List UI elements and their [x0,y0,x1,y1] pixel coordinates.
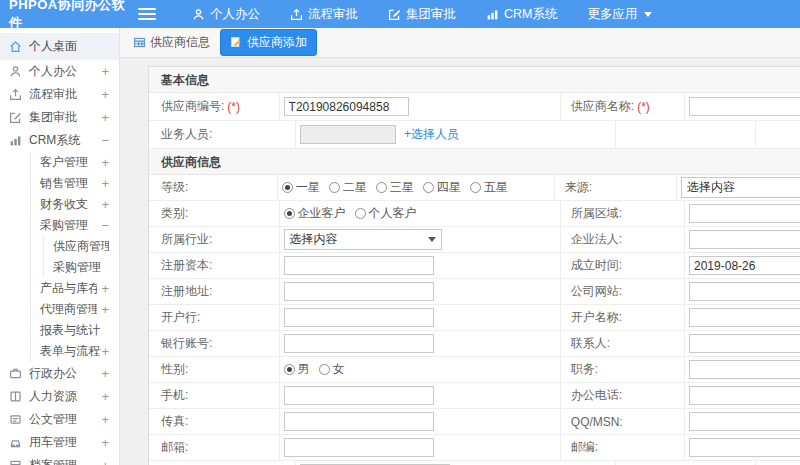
radio-option[interactable]: 企业客户 [284,205,346,222]
field-label: 手机: [149,383,280,408]
radio-option[interactable]: 个人客户 [355,205,417,222]
field-label: 类别: [149,201,280,226]
topnav-item-crm[interactable]: CRM系统 [486,6,557,23]
sidebar-item-admin-office[interactable]: 行政办公 + [0,362,119,385]
legal-person-input[interactable] [689,230,800,249]
field-label: QQ/MSN: [561,409,685,434]
radio-option[interactable]: 女 [319,361,345,378]
registered-capital-input[interactable] [284,256,434,275]
industry-select[interactable]: 选择内容 [284,229,442,250]
company-website-input[interactable] [689,282,800,301]
add-doc-icon [230,36,243,49]
expand-icon[interactable]: + [97,87,109,102]
field-label: 性别: [149,357,280,382]
form-row: 类别: 企业客户 个人客户 所属区域: [149,201,800,227]
menu-toggle-icon[interactable] [138,8,156,20]
sidebar-item-hr[interactable]: 人力资源 + [0,385,119,408]
topnav-item-personal-office[interactable]: 个人办公 [192,6,260,23]
form-row: 手机: 办公电话: [149,383,800,409]
sidebar-item-customer-mgmt[interactable]: 客户管理 + [31,152,119,173]
sidebar-item-personal-desktop[interactable]: 个人桌面 [0,33,119,60]
source-select[interactable]: 选择内容 [681,177,800,198]
topnav-item-more-apps[interactable]: 更多应用 [587,6,652,23]
supplier-name-input[interactable] [689,97,800,116]
expand-icon[interactable]: + [97,110,109,125]
field-label: 等级: [149,175,278,200]
office-phone-input[interactable] [689,386,800,405]
form-row: 供应商编号:(*) 供应商名称:(*) [149,93,800,121]
tab-supplier-add[interactable]: 供应商添加 [220,29,317,56]
sidebar-item-purchasing[interactable]: 采购管理 [44,257,119,278]
archive-icon [9,459,22,465]
radio-icon [282,182,293,193]
supplier-add-form: 基本信息 供应商编号:(*) 供应商名称:(*) 业务人员: [148,66,800,465]
field-label: 邮箱: [149,435,280,460]
radio-option[interactable]: 一星 [282,179,320,196]
radio-icon [319,364,330,375]
sidebar-item-finance[interactable]: 财务收支 + [31,194,119,215]
tab-bar: 供应商信息 供应商添加 [120,28,800,58]
main-content: 供应商信息 供应商添加 基本信息 供应商编号:(*) 供 [120,28,800,465]
field-label: 办公电话: [561,383,685,408]
supplier-code-input[interactable] [284,97,409,116]
bank-account-input[interactable] [284,334,434,353]
qq-msn-input[interactable] [689,412,800,431]
job-title-input[interactable] [689,360,800,379]
field-label: 地址: [149,461,296,465]
sidebar-item-agent-mgmt[interactable]: 代理商管理 + [31,299,119,320]
category-radio-group: 企业客户 个人客户 [284,205,417,222]
topnav-item-group-approval[interactable]: 集团审批 [388,6,456,23]
sidebar-item-crm[interactable]: CRM系统 − [0,129,119,152]
contact-person-input[interactable] [689,334,800,353]
bank-branch-input[interactable] [284,308,434,327]
radio-option[interactable]: 二星 [329,179,367,196]
sidebar-item-personal-office[interactable]: 个人办公 + [0,60,119,83]
purchase-submenu: 供应商管理 采购管理 [43,236,119,278]
radio-option[interactable]: 男 [284,361,310,378]
radio-icon [423,182,434,193]
select-staff-link[interactable]: +选择人员 [404,126,459,143]
mobile-input[interactable] [284,386,434,405]
form-row: 传真: QQ/MSN: [149,409,800,435]
sidebar-item-document-mgmt[interactable]: 公文管理 + [0,408,119,431]
postcode-input[interactable] [689,438,800,457]
form-row: 注册资本: 成立时间: [149,253,800,279]
radio-option[interactable]: 四星 [423,179,461,196]
business-staff-input[interactable] [300,125,396,144]
crm-submenu: 客户管理 + 销售管理 + 财务收支 + 采购管理 − 供应商管理 采购管理 [30,152,119,362]
sidebar-item-vehicle-mgmt[interactable]: 用车管理 + [0,431,119,454]
email-input[interactable] [284,438,434,457]
registered-address-input[interactable] [284,282,434,301]
edit-icon [388,8,401,21]
sidebar-item-group-approval[interactable]: 集团审批 + [0,106,119,129]
sidebar-item-archive-mgmt[interactable]: 档案管理 + [0,454,119,465]
topnav-item-workflow-approval[interactable]: 流程审批 [290,6,358,23]
founding-date-input[interactable] [689,256,800,275]
user-icon [9,65,22,78]
sidebar-item-workflow-approval[interactable]: 流程审批 + [0,83,119,106]
collapse-icon[interactable]: − [97,133,109,148]
field-label: 传真: [149,409,280,434]
radio-icon [284,208,295,219]
radio-option[interactable]: 五星 [470,179,508,196]
sidebar-item-supplier-mgmt[interactable]: 供应商管理 [44,236,119,257]
section-header-supplier-info: 供应商信息 [149,149,800,175]
account-name-input[interactable] [689,308,800,327]
table-icon [133,36,146,49]
top-navigation: 个人办公 流程审批 集团审批 CRM系统 更多应用 [192,6,652,23]
field-label: 开户行: [149,305,280,330]
sidebar-item-sales-mgmt[interactable]: 销售管理 + [31,173,119,194]
field-label: 邮编: [561,435,685,460]
sidebar-item-reports-stats[interactable]: 报表与统计 [31,320,119,341]
sidebar-item-form-flow-settings[interactable]: 表单与流程设置 + [31,341,119,362]
field-label: 注册地址: [149,279,280,304]
sidebar-item-product-inventory[interactable]: 产品与库存 + [31,278,119,299]
fax-input[interactable] [284,412,434,431]
tab-supplier-info[interactable]: 供应商信息 [133,34,210,51]
field-label: 公司网站: [561,279,685,304]
sidebar-item-purchase-mgmt[interactable]: 采购管理 − [31,215,119,236]
home-icon [9,40,22,53]
radio-option[interactable]: 三星 [376,179,414,196]
expand-icon[interactable]: + [97,64,109,79]
region-input[interactable] [689,204,800,223]
